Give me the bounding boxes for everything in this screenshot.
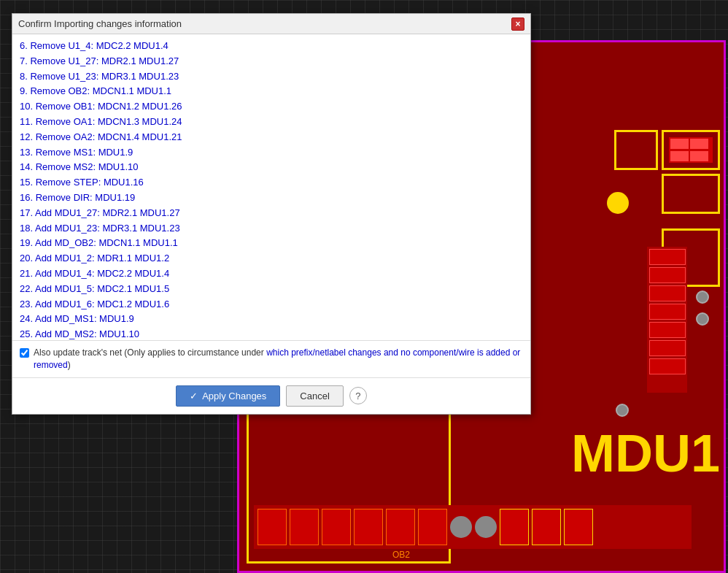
yellow-outline-3 — [662, 174, 720, 214]
yellow-outline-2 — [614, 130, 658, 170]
import-dialog: Confirm Importing changes information × … — [12, 13, 531, 415]
list-item: 16. Remove DIR: MDU1.19 — [20, 191, 523, 206]
list-item: 15. Remove STEP: MDU1.16 — [20, 175, 523, 191]
list-item: 21. Add MDU1_4: MDC2.2 MDU1.4 — [20, 266, 523, 282]
list-item: 19. Add MD_OB2: MDCN1.1 MDU1.1 — [20, 236, 523, 251]
dialog-content: 6. Remove U1_4: MDC2.2 MDU1.47. Remove U… — [12, 34, 530, 414]
circle-via-1 — [607, 192, 629, 214]
list-item: 25. Add MD_MS2: MDU1.10 — [20, 327, 523, 341]
changes-list[interactable]: 6. Remove U1_4: MDC2.2 MDU1.47. Remove U… — [12, 34, 530, 341]
list-item: 24. Add MD_MS1: MDU1.9 — [20, 312, 523, 327]
list-item: 18. Add MDU1_23: MDR3.1 MDU1.23 — [20, 221, 523, 236]
list-item: 11. Remove OA1: MDCN1.3 MDU1.24 — [20, 115, 523, 130]
list-item: 7. Remove U1_27: MDR2.1 MDU1.27 — [20, 54, 523, 69]
via-1 — [696, 291, 709, 304]
checkmark-icon: ✓ — [190, 391, 198, 401]
list-item: 9. Remove OB2: MDCN1.1 MDU1.1 — [20, 84, 523, 99]
list-item: 22. Add MDU1_5: MDC2.1 MDU1.5 — [20, 282, 523, 297]
close-button[interactable]: × — [511, 18, 524, 31]
list-item: 14. Remove MS2: MDU1.10 — [20, 160, 523, 175]
mdu1-label: MDU1 — [571, 423, 720, 483]
via-2 — [696, 312, 709, 326]
list-item: 8. Remove U1_23: MDR3.1 MDU1.23 — [20, 69, 523, 85]
list-item: 6. Remove U1_4: MDC2.2 MDU1.4 — [20, 39, 523, 54]
ob2-bottom-label: OB2 — [392, 550, 410, 560]
via-3 — [616, 404, 629, 417]
help-button[interactable]: ? — [349, 387, 367, 404]
list-item: 23. Add MDU1_6: MDC1.2 MDU1.6 — [20, 297, 523, 312]
dialog-overlay: Confirm Importing changes information × … — [0, 0, 533, 409]
apply-changes-button[interactable]: ✓ Apply Changes — [176, 385, 280, 407]
dialog-titlebar: Confirm Importing changes information × — [12, 14, 530, 34]
checkbox-highlight: which prefix/netlabel changes and no com… — [34, 347, 520, 370]
list-item: 12. Remove OA2: MDCN1.4 MDU1.21 — [20, 130, 523, 145]
component-strip — [254, 505, 692, 549]
cancel-button[interactable]: Cancel — [286, 385, 343, 407]
list-item: 10. Remove OB1: MDCN1.2 MDU1.26 — [20, 99, 523, 115]
pad-group-1 — [669, 137, 713, 163]
checkbox-area: Also update track's net (Only applies to… — [12, 341, 530, 378]
right-component-strip — [647, 247, 687, 393]
list-item: 13. Remove MS1: MDU1.9 — [20, 145, 523, 161]
dialog-title: Confirm Importing changes information — [18, 18, 182, 29]
checkbox-label: Also update track's net (Only applies to… — [34, 347, 523, 372]
button-area: ✓ Apply Changes Cancel ? — [12, 378, 530, 414]
update-tracks-checkbox[interactable] — [20, 348, 29, 358]
list-item: 20. Add MDU1_2: MDR1.1 MDU1.2 — [20, 251, 523, 266]
apply-label: Apply Changes — [202, 391, 266, 401]
list-item: 17. Add MDU1_27: MDR2.1 MDU1.27 — [20, 206, 523, 221]
